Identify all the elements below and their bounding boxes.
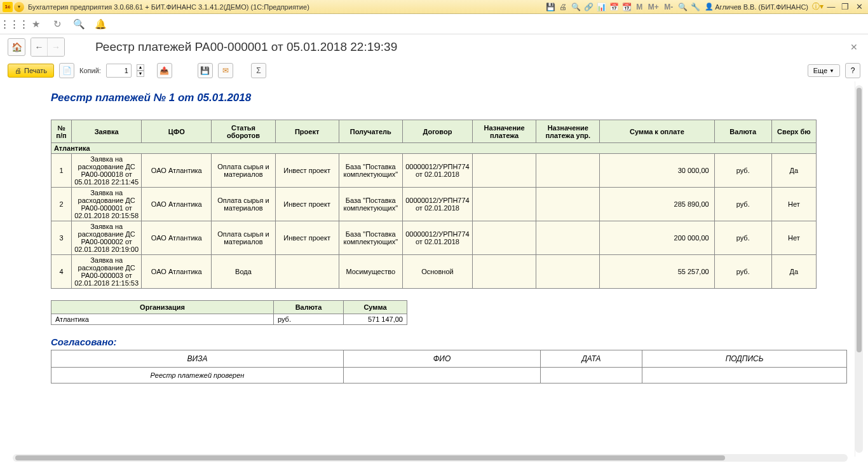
cell-receiver: База "Поставка комплектующих" [339, 221, 402, 255]
user-label[interactable]: 👤 Агличев В.В. (БИТ.ФИНАНС) [702, 3, 811, 11]
cell-currency: руб. [714, 188, 771, 221]
mail-button[interactable]: ✉ [218, 63, 233, 78]
cell-amount: 30 000,00 [600, 154, 714, 188]
link-icon[interactable]: 🔗 [583, 2, 594, 12]
app-menu-dropdown[interactable]: ▾ [14, 2, 24, 12]
table-row: 1Заявка на расходование ДС РА00-000018 о… [51, 154, 817, 188]
date-icon[interactable]: 📆 [621, 2, 632, 12]
vertical-scrollbar[interactable] [855, 85, 863, 453]
cell-currency: руб. [714, 154, 771, 188]
cell-project: Инвест проект [275, 188, 339, 221]
top-toolbar: ⋮⋮⋮ ★ ↻ 🔍 🔔 [0, 14, 868, 34]
copies-label: Копий: [79, 67, 101, 74]
info-icon[interactable]: ⓘ▾ [812, 2, 824, 12]
cell-currency: руб. [714, 221, 771, 255]
cell-project: Инвест проект [275, 221, 339, 255]
tools-icon[interactable]: 🔧 [689, 2, 701, 12]
print-button[interactable]: 🖨 Печать [8, 64, 54, 78]
appr-fio [344, 368, 541, 384]
page-close-button[interactable]: ✕ [848, 39, 860, 55]
summary-table: Организация Валюта Сумма Атлантика руб. … [51, 300, 407, 325]
approval-row: Реестр платежей проверен [51, 368, 847, 384]
cell-amount: 200 000,00 [600, 221, 714, 255]
col-receiver: Получатель [339, 120, 402, 143]
cell-purpose [473, 221, 536, 255]
summary-row: Атлантика руб. 571 147,00 [51, 314, 407, 325]
report-scroll[interactable]: Реестр платежей № 1 от 05.01.2018 № п/п … [13, 81, 855, 457]
cell-project [275, 255, 339, 289]
cell-request: Заявка на расходование ДС РА00-000002 от… [72, 221, 142, 255]
preview-button[interactable]: 📄 [59, 63, 74, 78]
cell-purpose-mgr [536, 188, 600, 221]
preview-icon[interactable]: 🔍 [570, 2, 581, 12]
home-button[interactable]: 🏠 [8, 38, 25, 56]
copies-up[interactable]: ▲ [137, 64, 144, 71]
cell-contract: Основной [402, 255, 472, 289]
appr-visa: Реестр платежей проверен [51, 368, 344, 384]
cell-project: Инвест проект [275, 154, 339, 188]
zoom-icon[interactable]: 🔍 [677, 2, 688, 12]
save-icon[interactable]: 💾 [545, 2, 556, 12]
app-logo: 1c [3, 2, 13, 12]
minimize-button[interactable]: — [825, 2, 837, 11]
col-cfo: ЦФО [142, 120, 212, 143]
sum-currency: руб. [274, 314, 344, 325]
back-button[interactable]: ← [31, 38, 48, 56]
cell-request: Заявка на расходование ДС РА00-000018 от… [72, 154, 142, 188]
col-project: Проект [275, 120, 339, 143]
notifications-icon[interactable]: 🔔 [94, 18, 107, 31]
save-doc-button[interactable]: 💾 [198, 63, 213, 78]
close-button[interactable]: ✕ [853, 2, 865, 11]
action-toolbar: 🖨 Печать 📄 Копий: ▲ ▼ 📤 💾 ✉ Σ Еще ▼ ? [0, 60, 868, 81]
table-row: 3Заявка на расходование ДС РА00-000002 о… [51, 221, 817, 255]
appr-col-visa: ВИЗА [51, 350, 344, 368]
titlebar: 1c ▾ Бухгалтерия предприятия 3.0.68.61 +… [0, 0, 868, 14]
export-button[interactable]: 📤 [157, 63, 172, 78]
approval-title: Согласовано: [51, 336, 817, 347]
cell-cfo: ОАО Атлантика [142, 154, 212, 188]
cell-receiver: Мосимущество [339, 255, 402, 289]
help-button[interactable]: ? [845, 63, 860, 78]
cell-purpose-mgr [536, 255, 600, 289]
forward-button[interactable]: → [48, 38, 64, 56]
table-header-row: № п/п Заявка ЦФО Статья оборотов Проект … [51, 120, 817, 143]
sum-col-currency: Валюта [274, 301, 344, 314]
cell-purpose [473, 188, 536, 221]
print-label: Печать [24, 67, 47, 74]
app-title: Бухгалтерия предприятия 3.0.68.61 + БИТ.… [28, 3, 545, 11]
copies-down[interactable]: ▼ [137, 71, 144, 77]
cell-receiver: База "Поставка комплектующих" [339, 188, 402, 221]
horizontal-scrollbar[interactable] [13, 454, 848, 462]
search-icon[interactable]: 🔍 [72, 18, 85, 31]
page-title: Реестр платежей РА00-000001 от 05.01.201… [95, 40, 843, 54]
favorites-icon[interactable]: ★ [29, 18, 42, 31]
cell-article: Оплата сырья и материалов [212, 221, 275, 255]
history-icon[interactable]: ↻ [51, 18, 64, 31]
sum-amount: 571 147,00 [344, 314, 407, 325]
calendar-icon[interactable]: 📅 [608, 2, 620, 12]
titlebar-icons: 💾 🖨 🔍 🔗 📊 📅 📆 M M+ M- 🔍 🔧 👤 Агличев В.В.… [545, 2, 865, 12]
content-area: − − Реестр платежей № 1 от 05.01.2018 № … [0, 81, 868, 463]
maximize-button[interactable]: ❐ [839, 2, 851, 11]
cell-over: Да [771, 154, 816, 188]
cell-num: 2 [51, 188, 72, 221]
cell-cfo: ОАО Атлантика [142, 188, 212, 221]
cell-num: 4 [51, 255, 72, 289]
cell-purpose-mgr [536, 221, 600, 255]
table-row: 2Заявка на расходование ДС РА00-000001 о… [51, 188, 817, 221]
mplus-button[interactable]: M+ [646, 2, 660, 12]
payments-table: № п/п Заявка ЦФО Статья оборотов Проект … [51, 120, 817, 289]
cell-cfo: ОАО Атлантика [142, 221, 212, 255]
more-button[interactable]: Еще ▼ [808, 64, 840, 77]
table-row: 4Заявка на расходование ДС РА00-000003 о… [51, 255, 817, 289]
col-over-budget: Сверх бю [771, 120, 816, 143]
sum-button[interactable]: Σ [251, 63, 266, 78]
mminus-button[interactable]: M- [661, 2, 675, 12]
print-icon[interactable]: 🖨 [557, 2, 569, 12]
cell-amount: 55 257,00 [600, 255, 714, 289]
cell-over: Нет [771, 188, 816, 221]
copies-input[interactable] [106, 64, 132, 78]
calc-icon[interactable]: 📊 [595, 2, 607, 12]
apps-icon[interactable]: ⋮⋮⋮ [8, 18, 20, 31]
m-button[interactable]: M [634, 2, 645, 12]
